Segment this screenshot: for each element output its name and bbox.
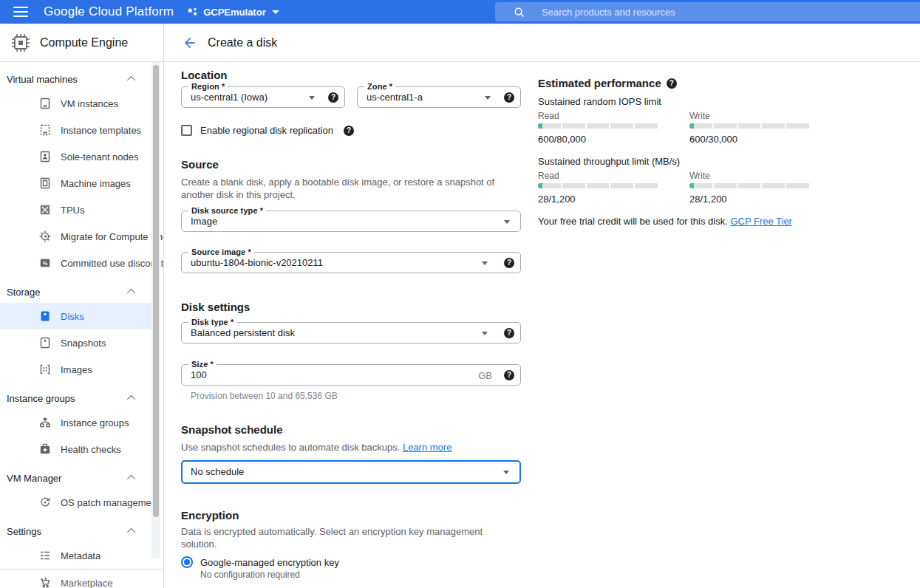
sidebar-item-health-checks[interactable]: Health checks: [0, 436, 151, 462]
sidebar-item-os-patch-management[interactable]: OS patch management: [0, 489, 151, 516]
disk-type-select[interactable]: Disk type * Balanced persistent disk ?: [181, 322, 521, 343]
encryption-description: Data is encrypted automatically. Select …: [181, 525, 521, 550]
hamburger-menu-icon[interactable]: [13, 7, 28, 17]
zone-help-icon[interactable]: ?: [504, 92, 514, 103]
sidebar-item-migrate-for-compute-engine[interactable]: Migrate for Compute Engi...: [0, 223, 151, 250]
dropdown-arrow-icon: [485, 96, 491, 100]
source-image-label: Source image *: [188, 247, 254, 257]
dropdown-arrow-icon: [309, 96, 315, 100]
dropdown-arrow-icon: [482, 261, 488, 265]
search-icon: [514, 7, 525, 18]
sidebar-section-settings[interactable]: Settings: [0, 520, 163, 542]
source-image-select[interactable]: Source image * ubuntu-1804-bionic-v20210…: [181, 252, 521, 273]
section-label: VM Manager: [7, 473, 61, 484]
disks-icon: [38, 310, 52, 323]
section-label: Settings: [7, 526, 41, 537]
region-help-icon[interactable]: ?: [328, 92, 338, 103]
throughput-read-value: 28/1,200: [538, 194, 658, 205]
encryption-heading: Encryption: [181, 509, 521, 522]
iops-write-value: 600/30,000: [689, 134, 809, 146]
size-help-icon[interactable]: ?: [504, 370, 514, 380]
snapshot-schedule-select[interactable]: No schedule: [181, 460, 521, 484]
learn-more-link[interactable]: Learn more: [403, 442, 452, 453]
sidebar-item-instance-templates[interactable]: Instance templates: [0, 117, 151, 143]
section-label: Instance groups: [7, 393, 75, 404]
back-arrow-icon: [183, 36, 196, 49]
compute-engine-chip-icon: [11, 33, 30, 52]
nav-label: VM instances: [61, 98, 118, 109]
nav-label: Instance templates: [61, 125, 141, 136]
search-input[interactable]: Search products and resources: [495, 2, 920, 21]
performance-help-icon[interactable]: ?: [667, 78, 677, 89]
google-managed-key-radio[interactable]: [181, 556, 193, 568]
chevron-up-icon: [127, 289, 135, 297]
sidebar-item-sole-tenant-nodes[interactable]: Sole-tenant nodes: [0, 143, 151, 170]
region-select[interactable]: Region * us-central1 (Iowa) ?: [181, 86, 345, 108]
trial-note-text: Your free trial credit will be used for …: [538, 216, 728, 227]
size-helper-text: Provision between 10 and 65,536 GB: [191, 391, 521, 401]
throughput-write-bar: [689, 183, 809, 188]
snapshot-schedule-heading: Snapshot schedule: [181, 423, 521, 437]
sidebar-item-metadata[interactable]: Metadata: [0, 542, 151, 569]
chevron-up-icon: [127, 395, 135, 403]
sidebar-section-vm-manager[interactable]: VM Manager: [0, 467, 163, 489]
disk-source-type-label: Disk source type *: [188, 206, 266, 216]
section-label: Storage: [7, 287, 41, 298]
nav-label: Sole-tenant nodes: [61, 151, 139, 163]
sidebar-section-virtual-machines[interactable]: Virtual machines: [0, 68, 163, 90]
nav-label: Metadata: [61, 550, 100, 561]
dropdown-arrow-icon: [482, 332, 488, 335]
performance-heading: Estimated performance: [538, 77, 661, 90]
iops-read-label: Read: [538, 111, 658, 121]
sidebar-item-vm-instances[interactable]: VM instances: [0, 90, 151, 117]
sidebar-item-images[interactable]: Images: [0, 356, 151, 383]
nav-label: TPUs: [61, 205, 85, 216]
instance-groups-icon: [38, 416, 52, 429]
regional-replication-checkbox[interactable]: [181, 125, 192, 136]
google-managed-key-label: Google-managed encryption key: [200, 557, 339, 568]
snapshots-icon: [38, 336, 52, 349]
trial-note: Your free trial credit will be used for …: [538, 215, 834, 228]
back-button[interactable]: [183, 36, 196, 49]
size-label: Size *: [188, 360, 217, 369]
disk-source-type-select[interactable]: Disk source type * Image: [181, 211, 521, 232]
zone-select[interactable]: Zone * us-central1-a ?: [357, 86, 521, 108]
nav-label: Machine images: [61, 178, 131, 189]
source-image-help-icon[interactable]: ?: [504, 258, 514, 268]
sidebar-item-marketplace[interactable]: Marketplace: [0, 570, 151, 588]
iops-read-value: 600/80,000: [538, 134, 658, 146]
throughput-read-bar: [538, 183, 658, 188]
sidebar-section-instance-groups[interactable]: Instance groups: [0, 387, 163, 409]
marketplace-cart-icon: [38, 576, 52, 588]
page-title: Create a disk: [208, 36, 277, 49]
size-unit: GB: [478, 370, 492, 381]
app-header: Compute Engine Create a disk: [0, 24, 920, 62]
throughput-read-label: Read: [538, 171, 658, 181]
size-value: 100: [182, 365, 520, 385]
sidebar-item-snapshots[interactable]: Snapshots: [0, 329, 151, 356]
project-name: GCPEmulator: [203, 7, 266, 18]
throughput-write-value: 28/1,200: [689, 194, 809, 205]
sidebar-item-committed-use-discounts[interactable]: % Committed use discounts: [0, 250, 151, 276]
throughput-write-label: Write: [689, 171, 809, 181]
sidebar-nav: Virtual machines VM instances Instance t…: [0, 62, 164, 588]
gcp-free-tier-link[interactable]: GCP Free Tier: [730, 216, 792, 227]
brand-logo[interactable]: Google Cloud Platform: [44, 4, 174, 19]
machine-images-icon: [38, 177, 52, 190]
sidebar-item-instance-groups[interactable]: Instance groups: [0, 409, 151, 436]
disk-type-label: Disk type *: [188, 318, 236, 327]
sidebar-item-disks[interactable]: Disks: [0, 303, 151, 329]
snapshot-desc-text: Use snapshot schedules to automate disk …: [181, 442, 400, 453]
sidebar-section-storage[interactable]: Storage: [0, 281, 163, 303]
sidebar-item-machine-images[interactable]: Machine images: [0, 170, 151, 196]
chevron-down-icon: [272, 10, 279, 14]
project-selector[interactable]: GCPEmulator: [188, 7, 279, 18]
iops-title: Sustained random IOPS limit: [538, 96, 834, 108]
sidebar-scrollbar-thumb[interactable]: [153, 65, 159, 517]
sidebar-item-tpus[interactable]: TPUs: [0, 196, 151, 223]
disk-type-help-icon[interactable]: ?: [504, 328, 514, 338]
size-input[interactable]: Size * 100 GB ?: [181, 364, 521, 386]
search-placeholder: Search products and resources: [542, 7, 675, 18]
main-content: Location Region * us-central1 (Iowa) ? Z…: [164, 62, 920, 588]
replication-help-icon[interactable]: ?: [344, 126, 354, 136]
